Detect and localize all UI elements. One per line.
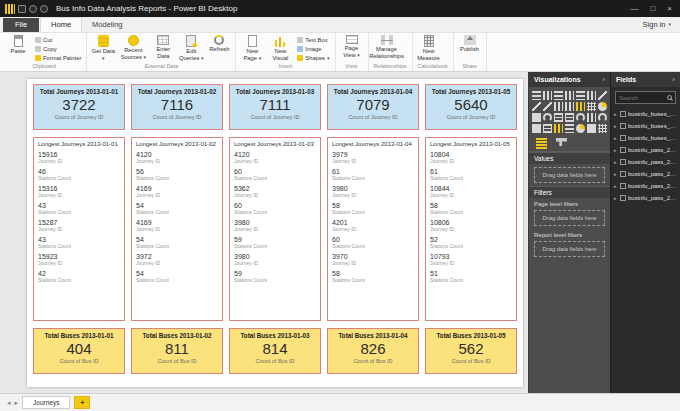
total-journeys-card-5[interactable]: Total Journeys 2013-01-05 5640 Count of … bbox=[425, 84, 517, 130]
checkbox-icon[interactable] bbox=[620, 195, 626, 201]
checkbox-icon[interactable] bbox=[620, 147, 626, 153]
report-canvas[interactable]: Total Journeys 2013-01-01 3722 Count of … bbox=[0, 72, 528, 393]
refresh-button[interactable]: Refresh bbox=[206, 34, 232, 53]
visualizations-panel-header[interactable]: Visualizations › bbox=[529, 72, 610, 87]
expand-icon[interactable]: ▸ bbox=[614, 171, 618, 177]
longest-journeys-card-3[interactable]: Longest Journeys 2013-01-03 4120Journey … bbox=[229, 137, 321, 321]
treemap-icon[interactable] bbox=[532, 113, 541, 122]
sign-in-button[interactable]: Sign in ▾ bbox=[643, 20, 671, 29]
filled-map-icon[interactable] bbox=[576, 113, 585, 122]
image-button[interactable]: Image bbox=[295, 45, 331, 53]
minimize-button[interactable]: — bbox=[630, 4, 638, 13]
checkbox-icon[interactable] bbox=[620, 183, 626, 189]
checkbox-icon[interactable] bbox=[620, 135, 626, 141]
next-page-icon[interactable]: ▸ bbox=[15, 399, 19, 407]
field-table-item[interactable]: ▸businfo_buses_201... bbox=[611, 108, 680, 120]
format-painter-button[interactable]: Format Painter bbox=[33, 54, 83, 62]
clustered-column-chart-icon[interactable] bbox=[565, 91, 574, 100]
recent-sources-button[interactable]: Recent Sources ▾ bbox=[118, 34, 148, 61]
total-journeys-card-4[interactable]: Total Journeys 2013-01-04 7079 Count of … bbox=[327, 84, 419, 130]
undo-icon[interactable] bbox=[29, 5, 37, 13]
100-stacked-bar-chart-icon[interactable] bbox=[576, 91, 585, 100]
total-journeys-card-1[interactable]: Total Journeys 2013-01-01 3722 Count of … bbox=[33, 84, 125, 130]
field-table-item[interactable]: ▸businfo_pass_2013... bbox=[611, 180, 680, 192]
field-table-item[interactable]: ▸businfo_pass_2013... bbox=[611, 192, 680, 204]
maximize-button[interactable]: □ bbox=[650, 4, 655, 13]
longest-journeys-card-5[interactable]: Longest Journeys 2013-01-05 10804Journey… bbox=[425, 137, 517, 321]
field-table-item[interactable]: ▸businfo_buses_201... bbox=[611, 132, 680, 144]
total-journeys-card-3[interactable]: Total Journeys 2013-01-03 7111 Count of … bbox=[229, 84, 321, 130]
map-icon[interactable] bbox=[543, 113, 552, 122]
total-buses-card-1[interactable]: Total Buses 2013-01-01 404 Count of Bus … bbox=[33, 328, 125, 374]
expand-icon[interactable]: ▸ bbox=[614, 147, 618, 153]
values-drop-area[interactable]: Drag data fields here bbox=[534, 167, 605, 183]
checkbox-icon[interactable] bbox=[620, 159, 626, 165]
redo-icon[interactable] bbox=[40, 5, 48, 13]
fields-search-box[interactable] bbox=[615, 91, 676, 104]
edit-queries-button[interactable]: Edit Queries ▾ bbox=[178, 34, 204, 62]
expand-icon[interactable]: ▸ bbox=[614, 123, 618, 129]
expand-icon[interactable]: ▸ bbox=[614, 159, 618, 165]
slicer-icon[interactable] bbox=[565, 124, 574, 133]
fields-subtab[interactable] bbox=[536, 138, 547, 149]
waterfall-chart-icon[interactable] bbox=[576, 102, 585, 111]
new-page-button[interactable]: New Page ▾ bbox=[239, 34, 265, 62]
copy-button[interactable]: Copy bbox=[33, 45, 83, 53]
expand-icon[interactable]: ▸ bbox=[614, 195, 618, 201]
search-input[interactable] bbox=[619, 95, 665, 101]
publish-button[interactable]: Publish bbox=[457, 34, 483, 53]
report-filters-drop-area[interactable]: Drag data fields here bbox=[534, 241, 605, 257]
shapes-button[interactable]: Shapes▾ bbox=[295, 54, 331, 62]
100-stacked-column-chart-icon[interactable] bbox=[587, 91, 596, 100]
total-buses-card-5[interactable]: Total Buses 2013-01-05 562 Count of Bus … bbox=[425, 328, 517, 374]
r-script-visual-icon[interactable] bbox=[587, 124, 596, 133]
clustered-bar-chart-icon[interactable] bbox=[554, 91, 563, 100]
stacked-area-chart-icon[interactable] bbox=[543, 102, 552, 111]
table-icon[interactable] bbox=[554, 113, 563, 122]
total-buses-card-4[interactable]: Total Buses 2013-01-04 826 Count of Bus … bbox=[327, 328, 419, 374]
line-chart-icon[interactable] bbox=[598, 91, 607, 100]
longest-journeys-card-4[interactable]: Longest Journeys 2013-01-04 3979Journey … bbox=[327, 137, 419, 321]
checkbox-icon[interactable] bbox=[620, 171, 626, 177]
tab-modeling[interactable]: Modeling bbox=[82, 18, 132, 32]
field-table-item[interactable]: ▸businfo_pass_2013... bbox=[611, 168, 680, 180]
tab-file[interactable]: File bbox=[3, 18, 39, 32]
total-buses-card-2[interactable]: Total Buses 2013-01-02 811 Count of Bus … bbox=[131, 328, 223, 374]
funnel-chart-icon[interactable] bbox=[587, 113, 596, 122]
multi-row-card-icon[interactable] bbox=[543, 124, 552, 133]
longest-journeys-card-2[interactable]: Longest Journeys 2013-01-02 4120Journey … bbox=[131, 137, 223, 321]
manage-relationships-button[interactable]: Manage Relationships bbox=[372, 34, 402, 60]
total-journeys-card-2[interactable]: Total Journeys 2013-01-02 7116 Count of … bbox=[131, 84, 223, 130]
paste-button[interactable]: Paste bbox=[5, 34, 31, 55]
close-button[interactable]: × bbox=[667, 4, 672, 13]
area-chart-icon[interactable] bbox=[532, 102, 541, 111]
previous-page-icon[interactable]: ◂ bbox=[7, 399, 11, 407]
report-page[interactable]: Total Journeys 2013-01-01 3722 Count of … bbox=[27, 79, 523, 387]
pie-chart-icon[interactable] bbox=[598, 102, 607, 111]
line-and-stacked-column-chart-icon[interactable] bbox=[565, 102, 574, 111]
line-and-clustered-column-chart-icon[interactable] bbox=[554, 102, 563, 111]
checkbox-icon[interactable] bbox=[620, 111, 626, 117]
page-filters-drop-area[interactable]: Drag data fields here bbox=[534, 210, 605, 226]
matrix-icon[interactable] bbox=[565, 113, 574, 122]
donut-chart-icon[interactable] bbox=[576, 124, 585, 133]
text-box-button[interactable]: Text Box bbox=[295, 36, 331, 44]
field-table-item[interactable]: ▸businfo_pass_2013... bbox=[611, 144, 680, 156]
expand-icon[interactable]: ▸ bbox=[614, 183, 618, 189]
new-measure-button[interactable]: New Measure bbox=[416, 34, 442, 62]
kpi-icon[interactable] bbox=[554, 124, 563, 133]
new-visual-button[interactable]: New Visual bbox=[267, 34, 293, 62]
more-visuals-icon[interactable] bbox=[598, 124, 607, 133]
enter-data-button[interactable]: Enter Data bbox=[150, 34, 176, 60]
scatter-chart-icon[interactable] bbox=[587, 102, 596, 111]
stacked-column-chart-icon[interactable] bbox=[543, 91, 552, 100]
new-page-tab-button[interactable]: + bbox=[74, 396, 90, 409]
stacked-bar-chart-icon[interactable] bbox=[532, 91, 541, 100]
card-visual-icon[interactable] bbox=[532, 124, 541, 133]
gauge-icon[interactable] bbox=[598, 113, 607, 122]
checkbox-icon[interactable] bbox=[620, 123, 626, 129]
expand-icon[interactable]: ▸ bbox=[614, 111, 618, 117]
fields-panel-header[interactable]: Fields › bbox=[611, 72, 680, 87]
field-table-item[interactable]: ▸businfo_pass_2013... bbox=[611, 156, 680, 168]
expand-icon[interactable]: ▸ bbox=[614, 135, 618, 141]
